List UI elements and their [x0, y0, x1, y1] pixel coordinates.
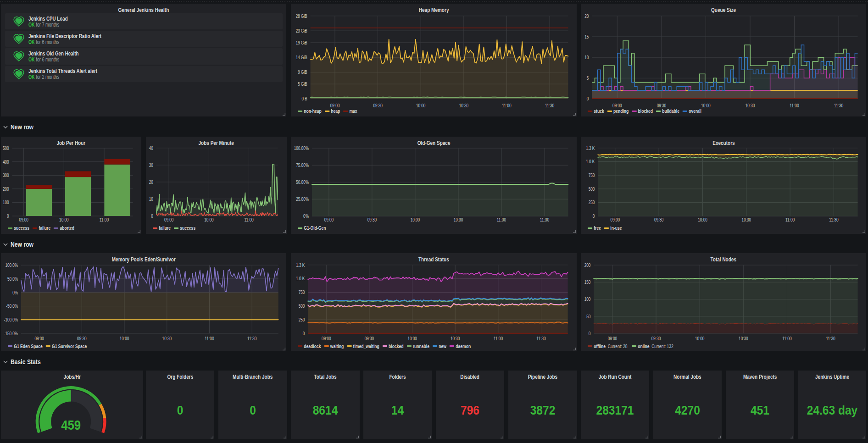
- svg-text:11:30: 11:30: [545, 103, 554, 108]
- svg-text:10:00: 10:00: [59, 217, 68, 222]
- svg-text:400: 400: [3, 159, 9, 164]
- svg-text:09:30: 09:30: [367, 217, 377, 222]
- svg-text:09:00: 09:00: [608, 335, 617, 341]
- svg-text:09:30: 09:30: [654, 217, 663, 222]
- svg-text:11:00: 11:00: [502, 103, 511, 108]
- svg-text:750: 750: [589, 172, 595, 178]
- svg-text:0: 0: [589, 330, 591, 336]
- svg-text:459: 459: [61, 418, 81, 432]
- svg-text:50.0%: 50.0%: [7, 276, 18, 281]
- svg-text:09:00: 09:00: [322, 335, 331, 341]
- svg-text:100: 100: [3, 199, 9, 205]
- svg-text:40: 40: [149, 145, 153, 150]
- svg-text:11:30: 11:30: [829, 217, 838, 222]
- svg-text:10:00: 10:00: [698, 217, 707, 222]
- svg-text:25.00%: 25.00%: [296, 196, 309, 202]
- svg-text:11:30: 11:30: [247, 335, 256, 341]
- svg-text:14 GiB: 14 GiB: [296, 55, 307, 60]
- svg-text:11:00: 11:00: [100, 217, 109, 222]
- svg-text:20: 20: [584, 13, 589, 18]
- svg-text:0: 0: [151, 213, 153, 218]
- svg-text:09:30: 09:30: [365, 335, 374, 341]
- svg-text:75.00%: 75.00%: [296, 162, 309, 168]
- svg-text:11:00: 11:00: [790, 103, 799, 108]
- svg-text:0: 0: [7, 213, 9, 218]
- svg-text:11:00: 11:00: [497, 217, 506, 222]
- svg-text:300: 300: [3, 172, 9, 178]
- svg-text:09:30: 09:30: [77, 335, 86, 341]
- svg-text:150: 150: [584, 279, 591, 285]
- svg-text:250: 250: [589, 199, 595, 205]
- svg-text:11:00: 11:00: [785, 217, 795, 222]
- svg-text:28 GiB: 28 GiB: [296, 13, 307, 18]
- svg-text:11:00: 11:00: [494, 335, 503, 341]
- svg-text:10:30: 10:30: [162, 335, 172, 341]
- svg-text:20: 20: [149, 179, 153, 184]
- svg-text:09:00: 09:00: [19, 217, 28, 222]
- svg-text:10:00: 10:00: [695, 335, 704, 341]
- svg-text:500: 500: [3, 145, 9, 150]
- svg-text:10:00: 10:00: [407, 335, 417, 341]
- svg-text:09:00: 09:00: [612, 103, 622, 108]
- svg-text:11:30: 11:30: [540, 217, 549, 222]
- svg-text:09:00: 09:00: [611, 217, 620, 222]
- svg-text:10:00: 10:00: [411, 217, 420, 222]
- svg-text:10:00: 10:00: [120, 335, 129, 341]
- svg-text:10:00: 10:00: [701, 103, 710, 108]
- svg-text:750: 750: [299, 289, 305, 295]
- svg-text:1.0 K: 1.0 K: [586, 159, 595, 164]
- svg-text:0 B: 0 B: [301, 96, 307, 101]
- svg-text:09:00: 09:00: [34, 335, 44, 341]
- svg-text:10:00: 10:00: [204, 217, 213, 222]
- svg-text:19 GiB: 19 GiB: [296, 39, 307, 45]
- svg-text:0: 0: [303, 330, 305, 336]
- svg-text:0: 0: [587, 96, 589, 101]
- svg-text:11:00: 11:00: [782, 335, 791, 341]
- svg-text:1.3 K: 1.3 K: [296, 262, 305, 267]
- svg-text:10: 10: [149, 196, 153, 201]
- svg-text:50.00%: 50.00%: [296, 179, 309, 185]
- svg-text:1.0 K: 1.0 K: [296, 276, 305, 281]
- svg-text:09:30: 09:30: [657, 103, 666, 108]
- svg-text:10:30: 10:30: [451, 335, 460, 341]
- svg-text:11:00: 11:00: [205, 335, 214, 341]
- svg-text:09:00: 09:00: [324, 217, 334, 222]
- svg-text:100: 100: [584, 296, 591, 302]
- svg-text:11:00: 11:00: [244, 217, 253, 222]
- svg-text:200: 200: [3, 186, 9, 191]
- svg-text:9 GiB: 9 GiB: [298, 69, 307, 75]
- svg-text:0%: 0%: [12, 289, 18, 295]
- svg-text:11:30: 11:30: [834, 103, 843, 108]
- svg-text:-150.0%: -150.0%: [4, 330, 18, 336]
- svg-text:10: 10: [584, 55, 589, 60]
- svg-text:11:30: 11:30: [826, 335, 835, 341]
- svg-text:10:30: 10:30: [454, 217, 463, 222]
- svg-text:15: 15: [584, 33, 589, 39]
- svg-text:10:00: 10:00: [416, 103, 425, 108]
- svg-text:500: 500: [589, 186, 595, 191]
- svg-text:10:30: 10:30: [746, 103, 755, 108]
- svg-text:50: 50: [586, 313, 590, 319]
- svg-text:09:00: 09:00: [164, 217, 173, 222]
- svg-text:5 GiB: 5 GiB: [298, 81, 307, 87]
- svg-text:30: 30: [149, 162, 153, 167]
- svg-text:10:30: 10:30: [459, 103, 468, 108]
- svg-text:1.3 K: 1.3 K: [586, 145, 595, 150]
- svg-text:5: 5: [587, 75, 589, 81]
- svg-text:10:30: 10:30: [742, 217, 751, 222]
- svg-text:-100.0%: -100.0%: [4, 317, 18, 322]
- svg-text:100.0%: 100.0%: [5, 262, 18, 267]
- svg-text:200: 200: [584, 262, 591, 267]
- svg-text:09:30: 09:30: [651, 335, 661, 341]
- svg-text:-50.0%: -50.0%: [6, 303, 18, 309]
- svg-text:09:30: 09:30: [373, 103, 382, 108]
- svg-text:500: 500: [299, 303, 305, 309]
- svg-text:0%: 0%: [303, 213, 309, 219]
- svg-text:23 GiB: 23 GiB: [296, 28, 307, 33]
- svg-text:11:30: 11:30: [536, 335, 545, 341]
- svg-text:250: 250: [299, 317, 305, 322]
- svg-text:10:30: 10:30: [739, 335, 748, 341]
- svg-text:09:00: 09:00: [330, 103, 339, 108]
- svg-text:100.00%: 100.00%: [294, 145, 309, 150]
- svg-text:0: 0: [593, 213, 595, 219]
